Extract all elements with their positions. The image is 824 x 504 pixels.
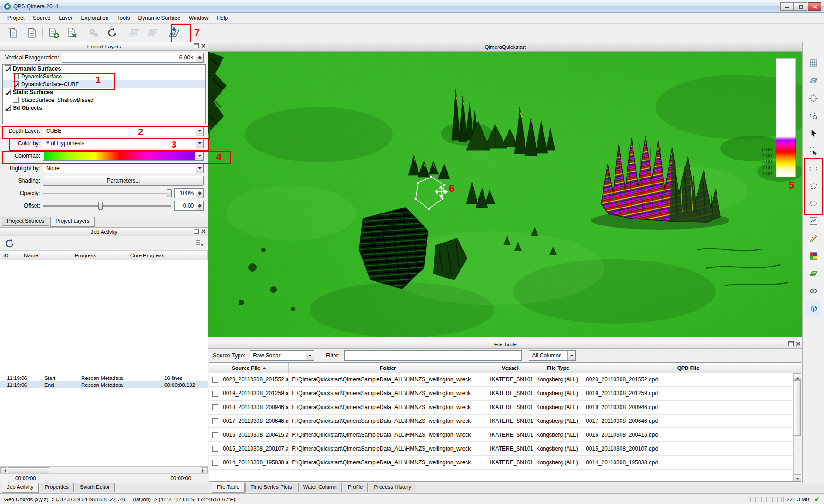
checkbox[interactable] bbox=[212, 391, 218, 397]
select-cursor-button[interactable] bbox=[806, 125, 821, 141]
swath-editor-button[interactable] bbox=[125, 24, 142, 41]
job-log-list[interactable]: 11:19:06 Start Rescan Metadata 16 lines … bbox=[0, 374, 208, 467]
log-entry[interactable]: 11:19:06 End Rescan Metadata 00:00:00.13… bbox=[0, 381, 208, 388]
close-panel-icon[interactable] bbox=[201, 43, 206, 48]
profile-chart-button[interactable] bbox=[806, 213, 821, 229]
orbit-rotate-button[interactable] bbox=[806, 283, 821, 299]
menu-source[interactable]: Source bbox=[29, 13, 54, 23]
measure-pencil-button[interactable] bbox=[806, 231, 821, 246]
tree-item-sd-objects[interactable]: Sd Objects bbox=[3, 104, 205, 112]
tab-file-table[interactable]: File Table bbox=[212, 483, 245, 493]
pick-point-button[interactable] bbox=[806, 143, 821, 159]
view-3d-button[interactable] bbox=[806, 301, 821, 316]
scroll-right-icon[interactable] bbox=[201, 467, 208, 473]
column-id[interactable]: ID bbox=[0, 251, 21, 260]
close-button[interactable] bbox=[808, 2, 821, 11]
column-file-type[interactable]: File Type bbox=[533, 363, 583, 373]
open-project-button[interactable] bbox=[24, 24, 40, 41]
menu-tools[interactable]: Tools bbox=[113, 13, 134, 23]
opacity-spinbox[interactable]: 100% bbox=[174, 188, 204, 198]
menu-dynamic-surface[interactable]: Dynamic Surface bbox=[134, 13, 184, 23]
offset-spinner[interactable] bbox=[196, 201, 203, 210]
menu-help[interactable]: Help bbox=[213, 13, 233, 23]
vertical-exaggeration-field[interactable]: 6.00× bbox=[62, 53, 204, 63]
rect-selection-button[interactable] bbox=[806, 160, 821, 176]
tab-project-sources[interactable]: Project Sources bbox=[2, 217, 49, 226]
tab-job-activity[interactable]: Job Activity bbox=[2, 483, 39, 493]
tree-item-dynamic-surfaces[interactable]: Dynamic Surfaces bbox=[3, 65, 205, 72]
grid-view-button[interactable] bbox=[806, 55, 821, 71]
depth-layer-combo[interactable]: CUBE bbox=[43, 126, 204, 136]
log-entry[interactable]: 11:19:06 Start Rescan Metadata 16 lines bbox=[0, 374, 208, 381]
table-row[interactable]: 0020_20110308_201552.all F:\QimeraQuicks… bbox=[209, 373, 801, 387]
menu-layer[interactable]: Layer bbox=[54, 13, 77, 23]
filter-input[interactable] bbox=[344, 350, 522, 361]
slice-editor-button[interactable] bbox=[144, 24, 161, 41]
columns-selector-combo[interactable]: All Columns bbox=[529, 350, 576, 361]
tab-properties[interactable]: Properties bbox=[40, 483, 74, 492]
checkbox[interactable] bbox=[212, 404, 218, 410]
table-row[interactable]: 0019_20110308_201259.all F:\QimeraQuicks… bbox=[209, 387, 801, 401]
file-table-scrollbar[interactable] bbox=[793, 373, 801, 481]
offset-spinbox[interactable]: 0.00 bbox=[174, 201, 204, 211]
table-row[interactable]: 0016_20110308_200415.all F:\QimeraQuicks… bbox=[209, 428, 801, 442]
column-qpd-file[interactable]: QPD File bbox=[583, 363, 793, 373]
scroll-up-icon[interactable] bbox=[794, 373, 801, 380]
tree-item-dynamicsurface-cube[interactable]: DynamicSurface-CUBE bbox=[3, 80, 205, 88]
tree-item-dynamicsurface[interactable]: DynamicSurface bbox=[3, 72, 205, 80]
tab-project-layers[interactable]: Project Layers bbox=[50, 217, 95, 227]
tab-profile[interactable]: Profile bbox=[343, 483, 368, 492]
colormap-combo[interactable] bbox=[43, 151, 204, 161]
tab-water-column[interactable]: Water Column bbox=[298, 483, 342, 492]
opacity-slider[interactable] bbox=[43, 188, 171, 198]
lasso-selection-button[interactable] bbox=[806, 196, 821, 211]
job-table-body[interactable] bbox=[0, 260, 208, 374]
log-options-icon[interactable] bbox=[195, 239, 204, 248]
auto-process-button[interactable] bbox=[85, 24, 102, 41]
close-panel-icon[interactable] bbox=[201, 229, 206, 234]
scroll-down-icon[interactable] bbox=[794, 474, 801, 481]
tab-process-history[interactable]: Process History bbox=[369, 483, 416, 492]
mesh-surface-button[interactable] bbox=[806, 73, 821, 89]
column-progress[interactable]: Progress bbox=[72, 251, 127, 260]
shading-parameters-button[interactable]: Parameters... bbox=[43, 176, 204, 186]
rescan-button[interactable] bbox=[104, 24, 120, 41]
undo-icon[interactable] bbox=[4, 238, 15, 249]
float-panel-icon[interactable] bbox=[194, 229, 199, 234]
checkbox[interactable] bbox=[212, 460, 218, 466]
scene-3d-view[interactable]: 5.00 4.00 3.00 2.00 1.00 bbox=[208, 52, 802, 337]
close-panel-icon[interactable] bbox=[795, 341, 800, 346]
opacity-slider-handle[interactable] bbox=[167, 189, 172, 197]
checkbox[interactable] bbox=[212, 418, 218, 424]
scroll-left-icon[interactable] bbox=[0, 467, 7, 473]
checkbox[interactable] bbox=[5, 65, 11, 71]
highlight-by-combo[interactable]: None bbox=[43, 163, 204, 173]
vertical-exaggeration-spinner[interactable] bbox=[196, 53, 203, 62]
maximize-button[interactable] bbox=[794, 2, 807, 11]
tab-swath-editor[interactable]: Swath Editor bbox=[75, 483, 115, 492]
checkbox[interactable] bbox=[13, 81, 19, 87]
menu-project[interactable]: Project bbox=[3, 13, 29, 23]
scrollbar-thumb[interactable] bbox=[794, 380, 801, 436]
scrollbar-thumb[interactable] bbox=[8, 467, 49, 473]
column-name[interactable]: Name bbox=[21, 251, 72, 260]
column-source-file[interactable]: Source File bbox=[209, 363, 289, 373]
menu-exploration[interactable]: Exploration bbox=[77, 13, 113, 23]
color-by-combo[interactable]: # of Hypothesis bbox=[43, 138, 204, 148]
add-processed-files-button[interactable] bbox=[64, 24, 80, 41]
checkbox[interactable] bbox=[13, 73, 19, 79]
checkbox[interactable] bbox=[5, 105, 11, 111]
opacity-spinner[interactable] bbox=[196, 189, 203, 198]
surface-grid-button[interactable] bbox=[806, 266, 821, 281]
source-type-combo[interactable]: Raw Sonar bbox=[250, 350, 314, 361]
table-row[interactable]: 0015_20110308_200107.all F:\QimeraQuicks… bbox=[209, 442, 801, 456]
float-panel-icon[interactable] bbox=[194, 43, 199, 48]
offset-slider[interactable] bbox=[43, 201, 171, 211]
tab-time-series-plots[interactable]: Time Series Plots bbox=[245, 483, 297, 492]
checkbox[interactable] bbox=[212, 432, 218, 438]
zoom-region-button[interactable] bbox=[806, 108, 821, 124]
column-folder[interactable]: Folder bbox=[289, 363, 487, 373]
column-core-progress[interactable]: Core Progress bbox=[127, 251, 208, 260]
float-panel-icon[interactable] bbox=[788, 341, 794, 346]
checkbox[interactable] bbox=[13, 97, 19, 103]
